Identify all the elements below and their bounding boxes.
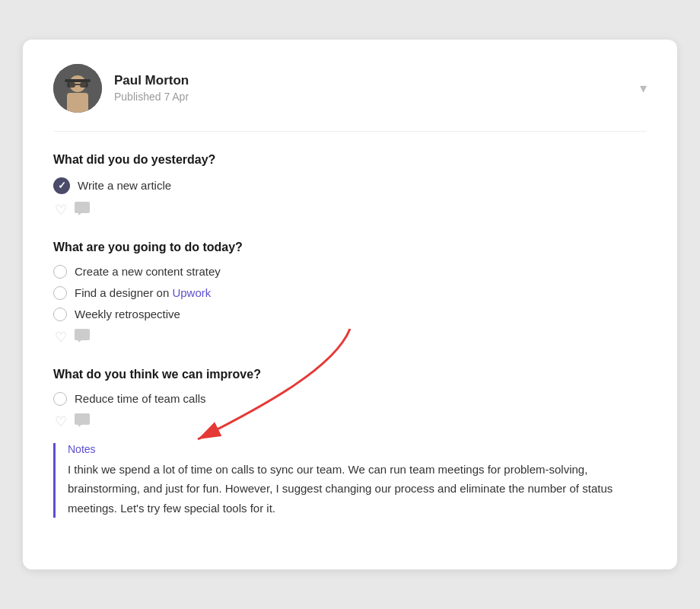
section-today: What are you going to do today? Create a…: [53, 241, 647, 346]
svg-rect-4: [67, 82, 75, 88]
section-title-today: What are you going to do today?: [53, 241, 647, 254]
comment-icon[interactable]: [75, 329, 90, 346]
checkbox-empty-icon[interactable]: [53, 392, 67, 406]
published-date: Published 7 Apr: [114, 91, 189, 103]
notes-text: I think we spend a lot of time on calls …: [68, 460, 647, 518]
section-improve: What do you think we can improve? Reduce…: [53, 368, 647, 518]
section-yesterday: What did you do yesterday? Write a new a…: [53, 153, 647, 219]
author-details: Paul Morton Published 7 Apr: [114, 73, 189, 103]
list-item: Create a new content stratey: [53, 265, 647, 279]
item-text: Reduce time of team calls: [75, 392, 206, 405]
checkbox-empty-icon[interactable]: [53, 308, 67, 321]
item-text: Find a designer on Upwork: [75, 286, 211, 299]
notes-block: Notes I think we spend a lot of time on …: [53, 443, 647, 518]
svg-rect-2: [67, 93, 88, 113]
svg-rect-3: [65, 79, 91, 82]
author-name: Paul Morton: [114, 73, 189, 88]
header-divider: [53, 131, 647, 132]
section-title-yesterday: What did you do yesterday?: [53, 153, 647, 167]
post-header: Paul Morton Published 7 Apr ▾: [53, 64, 647, 113]
heart-icon[interactable]: ♡: [55, 413, 67, 430]
svg-rect-6: [75, 84, 80, 85]
reactions-yesterday: ♡: [55, 202, 647, 219]
avatar: [53, 64, 102, 113]
item-text: Weekly retrospective: [75, 308, 180, 320]
list-item: Write a new article: [53, 177, 647, 194]
heart-icon[interactable]: ♡: [55, 202, 67, 218]
list-item: Find a designer on Upwork: [53, 286, 647, 300]
list-item: Weekly retrospective: [53, 308, 647, 321]
notes-label: Notes: [68, 443, 647, 455]
list-item: Reduce time of team calls: [53, 392, 647, 406]
heart-icon[interactable]: ♡: [55, 329, 67, 346]
svg-rect-5: [80, 82, 88, 88]
upwork-link[interactable]: Upwork: [172, 286, 211, 299]
chevron-down-icon[interactable]: ▾: [640, 80, 647, 97]
item-text: Write a new article: [78, 179, 171, 192]
checkbox-empty-icon[interactable]: [53, 286, 67, 300]
reactions-today: ♡: [55, 329, 647, 346]
checkbox-empty-icon[interactable]: [53, 265, 67, 279]
comment-icon[interactable]: [75, 202, 90, 219]
comment-icon[interactable]: [75, 413, 90, 431]
item-text: Create a new content stratey: [75, 265, 221, 278]
reactions-improve: ♡: [55, 413, 647, 431]
post-card: Paul Morton Published 7 Apr ▾ What did y…: [23, 40, 677, 570]
section-title-improve: What do you think we can improve?: [53, 368, 647, 381]
author-info: Paul Morton Published 7 Apr: [53, 64, 189, 113]
checkbox-checked-icon[interactable]: [53, 177, 70, 194]
notes-container: Notes I think we spend a lot of time on …: [53, 443, 647, 518]
